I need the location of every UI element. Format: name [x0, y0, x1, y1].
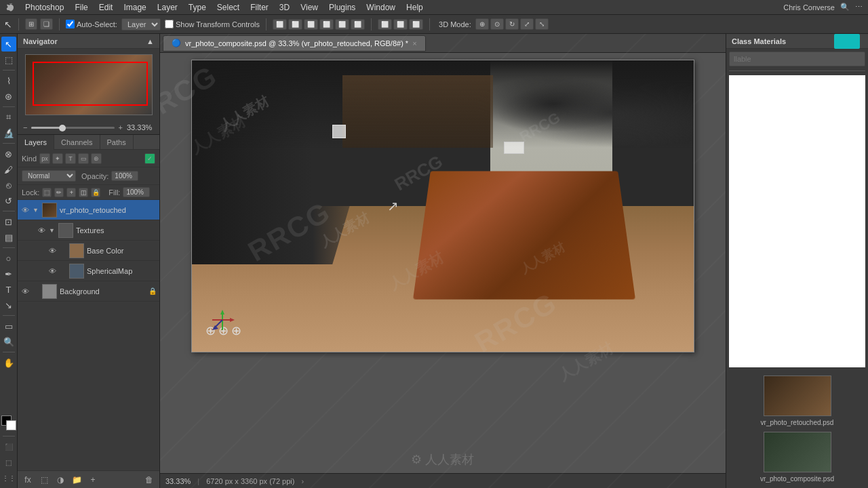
history-brush-tool[interactable]: ↺: [1, 193, 16, 208]
dodge-tool[interactable]: ○: [1, 251, 16, 266]
filter-pixel[interactable]: px: [39, 153, 50, 164]
zoom-thumb[interactable]: [59, 125, 66, 131]
vis-icon-vr[interactable]: 👁: [20, 205, 30, 215]
apple-icon[interactable]: [5, 2, 16, 13]
screen-mode-btn[interactable]: ⬚: [1, 455, 16, 470]
align-bottom-btn[interactable]: ⬜: [351, 19, 365, 30]
layer-adj-btn[interactable]: ◑: [54, 474, 66, 486]
tab-channels[interactable]: Channels: [54, 135, 100, 150]
lasso-tool[interactable]: ⌇: [1, 73, 16, 88]
menu-image[interactable]: Image: [119, 1, 151, 14]
layer-delete-btn[interactable]: 🗑: [143, 474, 155, 486]
lock-transparent-icon[interactable]: ⬚: [42, 188, 52, 197]
lock-position-icon[interactable]: +: [66, 188, 76, 197]
background-color[interactable]: [6, 420, 16, 430]
3d-mode-3[interactable]: ↻: [505, 18, 519, 30]
pen-tool[interactable]: ✒: [1, 266, 16, 281]
layer-textures[interactable]: 👁 ▼ Textures: [18, 220, 159, 241]
cyan-button[interactable]: [834, 34, 860, 49]
menu-filter[interactable]: Filter: [245, 1, 273, 14]
navigator-thumbnail[interactable]: [25, 54, 153, 115]
menu-file[interactable]: File: [70, 1, 92, 14]
show-transform-checkbox[interactable]: [165, 20, 174, 28]
menu-photoshop[interactable]: Photoshop: [20, 1, 68, 14]
thumb-item-1[interactable]: vr_photo_retouched.psd: [729, 375, 865, 426]
thumb-item-2[interactable]: vr_photo_composite.psd: [729, 432, 865, 483]
quick-select-tool[interactable]: ⊛: [1, 89, 16, 104]
status-expand-btn[interactable]: ›: [301, 477, 304, 485]
3d-mode-5[interactable]: ⤡: [535, 18, 549, 30]
dist-3-btn[interactable]: ⬜: [409, 19, 423, 30]
color-swatches[interactable]: [1, 415, 16, 430]
layer-fx-btn[interactable]: fx: [22, 474, 34, 486]
settings-icon[interactable]: ⋯: [855, 3, 863, 12]
brush-tool[interactable]: 🖌: [1, 162, 16, 177]
menu-plugins[interactable]: Plugins: [324, 1, 360, 14]
opacity-input[interactable]: [111, 171, 138, 181]
3d-mode-2[interactable]: ⊙: [490, 18, 504, 30]
menu-select[interactable]: Select: [212, 1, 244, 14]
spot-heal-tool[interactable]: ⊗: [1, 146, 16, 161]
lock-artboard-icon[interactable]: ◫: [79, 188, 88, 197]
hand-tool[interactable]: ✋: [1, 355, 16, 370]
align-left-btn[interactable]: ⬜: [273, 19, 287, 30]
blend-mode-select[interactable]: Normal: [22, 170, 76, 182]
fill-input[interactable]: [123, 187, 150, 197]
path-select-tool[interactable]: ↘: [1, 298, 16, 312]
lock-image-icon[interactable]: ✏: [54, 188, 64, 197]
layer-vr-photo-retouched[interactable]: 👁 ▼ vr_photo_retouched: [18, 200, 159, 220]
nav-view-box[interactable]: [33, 62, 148, 106]
zoom-tool[interactable]: 🔍: [1, 334, 16, 349]
eraser-tool[interactable]: ⊡: [1, 214, 16, 229]
filter-shape[interactable]: ▭: [78, 153, 89, 164]
vis-icon-sphere[interactable]: 👁: [47, 266, 57, 276]
align-center-h-btn[interactable]: ⬜: [288, 19, 302, 30]
align-center-v-btn[interactable]: ⬜: [335, 19, 349, 30]
expand-textures[interactable]: ▼: [49, 227, 56, 234]
layer-spherical[interactable]: 👁 SphericalMap: [18, 261, 159, 281]
tab-paths[interactable]: Paths: [100, 135, 134, 150]
menu-layer[interactable]: Layer: [153, 1, 182, 14]
3d-mode-1[interactable]: ⊕: [475, 18, 489, 30]
zoom-slider[interactable]: [31, 127, 114, 129]
menu-type[interactable]: Type: [184, 1, 211, 14]
layer-group-btn[interactable]: 📁: [71, 474, 83, 486]
type-tool[interactable]: T: [1, 282, 16, 297]
filter-type[interactable]: T: [65, 153, 76, 164]
rectangle-tool[interactable]: ▭: [1, 319, 16, 333]
zoom-in-icon[interactable]: +: [119, 123, 123, 131]
marquee-tool[interactable]: ⬚: [1, 52, 16, 67]
arrange-btn[interactable]: ❏: [40, 18, 53, 30]
extras-btn[interactable]: ⋮⋮: [1, 470, 16, 485]
move-tool[interactable]: ↖: [1, 37, 16, 52]
canvas-image[interactable]: 人人素材 RRCG 人人素材 RRCG 人人素材 ↗ ⊕ ⊕ ⊕: [192, 60, 694, 352]
auto-select-dropdown[interactable]: Layer: [121, 18, 161, 30]
doc-close-btn[interactable]: ×: [412, 39, 416, 47]
layer-base-color[interactable]: 👁 Base Color: [18, 241, 159, 261]
menu-window[interactable]: Window: [361, 1, 400, 14]
vis-icon-base[interactable]: 👁: [47, 246, 57, 256]
zoom-out-icon[interactable]: −: [23, 123, 27, 131]
expand-vr[interactable]: ▼: [33, 207, 39, 214]
layer-mask-btn[interactable]: ⬚: [38, 474, 50, 486]
lock-all-icon[interactable]: 🔒: [91, 188, 100, 197]
vis-icon-textures[interactable]: 👁: [37, 226, 46, 235]
right-search-input[interactable]: [729, 52, 865, 66]
eyedropper-tool[interactable]: 🔬: [1, 125, 16, 140]
align-btn[interactable]: ⊞: [25, 18, 37, 30]
layer-background[interactable]: 👁 Background 🔒: [18, 281, 159, 302]
vis-icon-bg[interactable]: 👁: [20, 287, 30, 296]
menu-edit[interactable]: Edit: [94, 1, 118, 14]
menu-3d[interactable]: 3D: [275, 1, 294, 14]
search-icon[interactable]: 🔍: [840, 3, 850, 12]
filter-adj[interactable]: ✦: [52, 153, 63, 164]
doc-tab-main[interactable]: 🔵 vr_photo_composite.psd @ 33.3% (vr_pho…: [163, 35, 426, 52]
navigator-collapse-icon[interactable]: ▲: [146, 37, 154, 45]
align-top-btn[interactable]: ⬜: [319, 19, 334, 30]
quick-mask-btn[interactable]: ⬛: [1, 439, 16, 454]
filter-toggle[interactable]: ✓: [144, 153, 155, 164]
crop-tool[interactable]: ⌗: [1, 110, 16, 125]
dist-1-btn[interactable]: ⬜: [378, 19, 392, 30]
layer-new-btn[interactable]: +: [87, 474, 99, 486]
align-right-btn[interactable]: ⬜: [304, 19, 318, 30]
